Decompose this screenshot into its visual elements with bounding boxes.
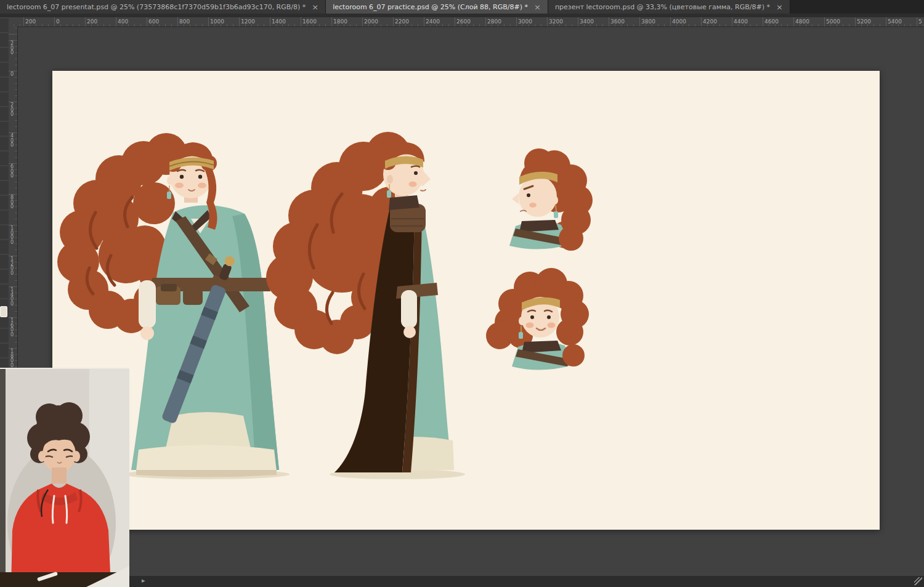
ruler-tick-label: 2200 (393, 18, 409, 25)
presenter-video (0, 369, 129, 587)
tab-presentat-psd[interactable]: lectoroom 6_07 presentat.psd @ 25% (7357… (0, 0, 326, 14)
ruler-tick-label: 1800 (331, 18, 347, 25)
tab-title: lectoroom 6_07 practice.psd @ 25% (Слой … (333, 3, 528, 11)
ruler-tick-label: 0 (54, 18, 60, 25)
ruler-tick-label: 4800 (793, 18, 809, 25)
tabbar-divider (0, 14, 924, 17)
ruler-tick-label: 4400 (732, 18, 748, 25)
ruler-tick-label: 5 (917, 18, 922, 25)
ruler-tick-label: 600 (10, 163, 15, 179)
resize-grip-icon[interactable] (914, 577, 922, 585)
figure-side (266, 132, 465, 479)
tab-practice-psd[interactable]: lectoroom 6_07 practice.psd @ 25% (Слой … (326, 0, 548, 14)
ruler-tick-label: 400 (10, 132, 15, 148)
tab-title: презент lectoroom.psd @ 33,3% (цветовые … (555, 3, 770, 11)
ruler-tick-label: 200 (85, 18, 97, 25)
ruler-tick-label: 1200 (10, 256, 15, 275)
head-study-smiling (486, 268, 589, 370)
ruler-tick-label: 1600 (10, 317, 15, 337)
concept-art (52, 71, 880, 530)
ruler-tick-label: 800 (177, 18, 190, 25)
tab-prezent-psd[interactable]: презент lectoroom.psd @ 33,3% (цветовые … (548, 0, 790, 14)
ruler-tick-label: 1000 (10, 225, 15, 245)
color-swatch[interactable] (0, 306, 7, 317)
ruler-tick-label: 200 (23, 18, 36, 25)
ruler-tick-label: 3200 (547, 18, 563, 25)
horizontal-ruler[interactable]: 2000200400600800100012001400160018002000… (9, 17, 924, 27)
ruler-tick-label: 3000 (516, 18, 532, 25)
ruler-tick-label: 5200 (855, 18, 871, 25)
ruler-tick-label: 2400 (424, 18, 440, 25)
tab-title: lectoroom 6_07 presentat.psd @ 25% (7357… (7, 3, 306, 11)
bottom-strip: ▸ (0, 576, 924, 587)
scroll-arrow-icon[interactable]: ▸ (142, 577, 145, 584)
ruler-tick-label: 1400 (270, 18, 286, 25)
ruler-tick-label: 1000 (208, 18, 224, 25)
ruler-tick-label: 3600 (609, 18, 625, 25)
artboard[interactable] (52, 71, 880, 530)
ruler-tick-label: 800 (10, 194, 15, 209)
tabbar-empty-space (790, 0, 924, 14)
ruler-tick-label: 4200 (701, 18, 717, 25)
ruler-tick-label: 2800 (485, 18, 501, 25)
close-icon[interactable]: × (311, 3, 318, 11)
webcam-overlay (0, 368, 129, 587)
ruler-tick-label: 1600 (301, 18, 317, 25)
ruler-tick-label: 1200 (239, 18, 255, 25)
ruler-tick-label: 0 (10, 71, 15, 77)
ruler-tick-label: 2600 (455, 18, 471, 25)
head-study-angry (509, 148, 593, 251)
ruler-tick-label: 3800 (639, 18, 655, 25)
ruler-tick-label: 2000 (362, 18, 378, 25)
ruler-tick-label: 200 (10, 40, 15, 55)
ruler-tick-label: 1400 (10, 286, 15, 306)
photoshop-workspace: lectoroom 6_07 presentat.psd @ 25% (7357… (0, 0, 924, 587)
close-icon[interactable]: × (776, 3, 783, 11)
ruler-tick-label: 400 (116, 18, 128, 25)
ruler-tick-label: 4600 (763, 18, 779, 25)
ruler-tick-label: 200 (10, 102, 15, 117)
ruler-tick-label: 4000 (670, 18, 686, 25)
close-icon[interactable]: × (533, 3, 541, 11)
ruler-tick-label: 5400 (886, 18, 902, 25)
document-tabbar: lectoroom 6_07 presentat.psd @ 25% (7357… (0, 0, 924, 14)
ruler-tick-label: 600 (147, 18, 159, 25)
ruler-tick-label: 3400 (578, 18, 594, 25)
ruler-tick-label: 1800 (10, 348, 15, 368)
ruler-tick-label: 5000 (824, 18, 840, 25)
